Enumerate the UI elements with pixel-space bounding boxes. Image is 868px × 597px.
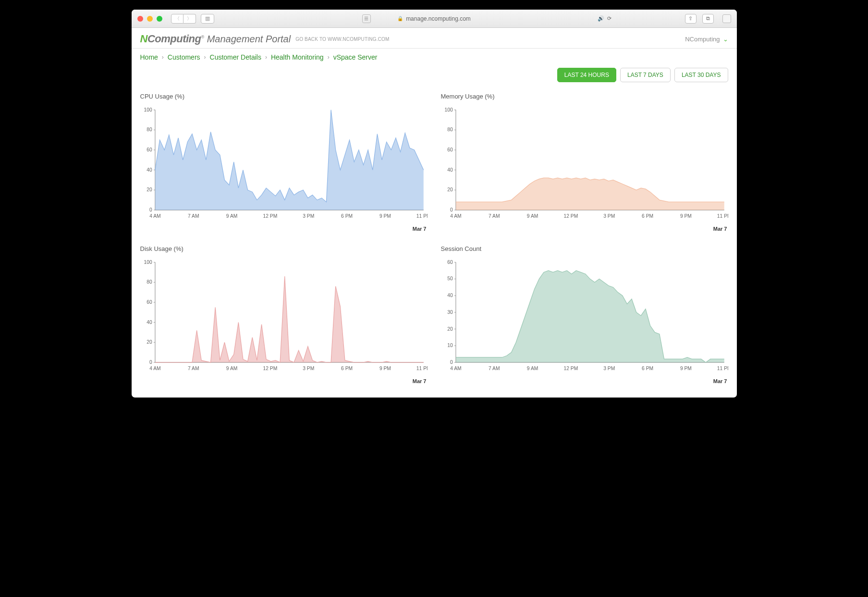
org-menu[interactable]: NComputing ⌄ — [685, 36, 728, 43]
svg-text:6 PM: 6 PM — [341, 213, 353, 219]
svg-text:12 PM: 12 PM — [563, 213, 578, 219]
svg-text:80: 80 — [147, 127, 152, 132]
svg-text:60: 60 — [447, 147, 453, 152]
svg-text:3 PM: 3 PM — [603, 366, 615, 371]
svg-text:40: 40 — [447, 167, 453, 173]
svg-text:11 PM: 11 PM — [416, 213, 427, 219]
org-label: NComputing — [685, 36, 720, 43]
svg-text:100: 100 — [444, 107, 452, 112]
svg-text:50: 50 — [447, 276, 453, 281]
crumb-home[interactable]: Home — [140, 53, 158, 61]
svg-text:9 PM: 9 PM — [680, 366, 691, 371]
svg-text:4 AM: 4 AM — [149, 366, 160, 371]
new-tab-icon[interactable] — [722, 14, 731, 23]
crumb-vspace-server[interactable]: vSpace Server — [333, 53, 378, 61]
svg-text:3 PM: 3 PM — [303, 366, 314, 371]
svg-text:9 PM: 9 PM — [680, 213, 691, 219]
svg-text:12 PM: 12 PM — [263, 213, 277, 219]
page-indicators: 🔊 ⟳ — [598, 15, 611, 22]
window-controls — [137, 16, 162, 22]
chart-date-label: Mar 7 — [140, 226, 428, 232]
chevron-right-icon: › — [328, 54, 330, 61]
svg-text:6 PM: 6 PM — [642, 366, 653, 371]
crumb-customer-details[interactable]: Customer Details — [210, 53, 261, 61]
chevron-right-icon: › — [265, 54, 267, 61]
crumb-health-monitoring[interactable]: Health Monitoring — [271, 53, 324, 61]
svg-text:6 PM: 6 PM — [341, 366, 353, 371]
crumb-customers[interactable]: Customers — [168, 53, 200, 61]
range-24h-button[interactable]: LAST 24 HOURS — [557, 68, 616, 82]
svg-text:0: 0 — [450, 207, 453, 212]
svg-text:100: 100 — [144, 107, 152, 112]
chart-title: Session Count — [441, 245, 728, 252]
svg-text:10: 10 — [447, 343, 453, 348]
chart-date-label: Mar 7 — [441, 378, 728, 384]
svg-text:11 PM: 11 PM — [416, 366, 427, 371]
svg-text:3 PM: 3 PM — [303, 213, 314, 219]
svg-text:60: 60 — [447, 260, 453, 265]
range-30d-button[interactable]: LAST 30 DAYS — [674, 68, 728, 82]
svg-text:7 AM: 7 AM — [489, 213, 500, 219]
chevron-down-icon: ⌄ — [723, 36, 728, 43]
browser-titlebar: 〈 〉 ▥ ☰ 🔒 manage.ncomputing.com 🔊 ⟳ ⇪ ⧉ — [132, 10, 737, 28]
svg-text:4 AM: 4 AM — [450, 366, 461, 371]
range-7d-button[interactable]: LAST 7 DAYS — [620, 68, 671, 82]
chart-title: CPU Usage (%) — [140, 93, 428, 100]
svg-text:9 AM: 9 AM — [226, 366, 237, 371]
tabs-icon[interactable]: ⧉ — [702, 14, 714, 24]
chart-memory-usage-: Memory Usage (%)0204060801004 AM7 AM9 AM… — [441, 93, 728, 232]
forward-button[interactable]: 〉 — [183, 14, 196, 24]
svg-text:3 PM: 3 PM — [603, 213, 615, 219]
share-icon[interactable]: ⇪ — [685, 14, 697, 24]
brand: NComputing® Management Portal — [140, 33, 291, 45]
reader-icon[interactable]: ☰ — [362, 14, 371, 23]
go-back-link[interactable]: GO BACK TO WWW.NCOMPUTING.COM — [295, 37, 389, 42]
svg-text:0: 0 — [450, 360, 453, 365]
svg-text:40: 40 — [147, 320, 152, 325]
svg-text:20: 20 — [147, 339, 152, 345]
svg-text:9 AM: 9 AM — [226, 213, 237, 219]
time-range-selector: LAST 24 HOURS LAST 7 DAYS LAST 30 DAYS — [132, 63, 737, 82]
svg-text:30: 30 — [447, 310, 453, 315]
svg-text:0: 0 — [149, 360, 152, 365]
chart-plot: 01020304050604 AM7 AM9 AM12 PM3 PM6 PM9 … — [441, 256, 728, 376]
chart-title: Memory Usage (%) — [441, 93, 728, 100]
chart-disk-usage-: Disk Usage (%)0204060801004 AM7 AM9 AM12… — [140, 245, 428, 384]
address-bar[interactable]: 🔒 manage.ncomputing.com — [397, 15, 471, 22]
svg-text:9 PM: 9 PM — [379, 213, 391, 219]
chart-session-count: Session Count01020304050604 AM7 AM9 AM12… — [441, 245, 728, 384]
charts-grid: CPU Usage (%)0204060801004 AM7 AM9 AM12 … — [132, 82, 737, 398]
svg-text:9 PM: 9 PM — [379, 366, 391, 371]
svg-text:40: 40 — [147, 167, 152, 173]
close-icon[interactable] — [137, 16, 143, 22]
nav-arrows: 〈 〉 — [171, 14, 196, 24]
chart-plot: 0204060801004 AM7 AM9 AM12 PM3 PM6 PM9 P… — [441, 104, 728, 224]
chart-date-label: Mar 7 — [441, 226, 728, 232]
url-text: manage.ncomputing.com — [406, 15, 471, 22]
svg-text:7 AM: 7 AM — [188, 366, 199, 371]
minimize-icon[interactable] — [147, 16, 153, 22]
back-button[interactable]: 〈 — [171, 14, 183, 24]
svg-text:9 AM: 9 AM — [526, 366, 538, 371]
lock-icon: 🔒 — [397, 16, 403, 21]
chevron-right-icon: › — [162, 54, 164, 61]
svg-text:20: 20 — [447, 326, 453, 332]
svg-text:60: 60 — [147, 299, 152, 305]
svg-text:11 PM: 11 PM — [717, 213, 728, 219]
chart-plot: 0204060801004 AM7 AM9 AM12 PM3 PM6 PM9 P… — [140, 104, 428, 224]
breadcrumb: Home › Customers › Customer Details › He… — [132, 49, 737, 63]
chart-title: Disk Usage (%) — [140, 245, 428, 252]
svg-text:60: 60 — [147, 147, 152, 152]
sidebar-toggle-icon[interactable]: ▥ — [201, 14, 214, 24]
svg-text:7 AM: 7 AM — [489, 366, 500, 371]
chart-date-label: Mar 7 — [140, 378, 428, 384]
reload-icon[interactable]: ⟳ — [607, 15, 611, 22]
svg-text:20: 20 — [447, 187, 453, 192]
audio-icon[interactable]: 🔊 — [598, 15, 604, 22]
svg-text:20: 20 — [147, 187, 152, 192]
maximize-icon[interactable] — [157, 16, 162, 22]
chevron-right-icon: › — [204, 54, 206, 61]
svg-text:80: 80 — [147, 279, 152, 285]
svg-text:7 AM: 7 AM — [188, 213, 199, 219]
svg-text:80: 80 — [447, 127, 453, 132]
